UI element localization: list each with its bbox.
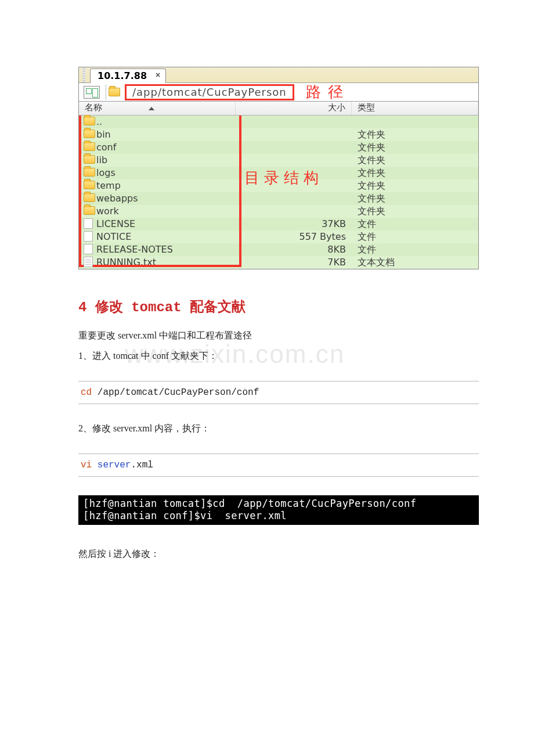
section-heading: 4 修改 tomcat 配备文献 [78, 297, 476, 316]
body-text: 1、进入 tomcat 中 conf 文献夹下： [78, 350, 476, 362]
folder-icon [84, 181, 95, 189]
header-type[interactable]: 类型 [352, 102, 478, 115]
code-text [92, 460, 98, 470]
file-size: 7KB [236, 258, 352, 267]
folder-icon [84, 168, 95, 177]
header-size[interactable]: 大小 [236, 102, 352, 115]
code-keyword: server [98, 460, 131, 470]
terminal-screenshot: [hzf@nantian tomcat]$cd /app/tomcat/CucP… [78, 495, 479, 525]
folder-icon [84, 206, 95, 215]
file-name: NOTICE [96, 232, 236, 242]
file-size: 557 Bytes [236, 232, 352, 242]
terminal-line: [hzf@nantian tomcat]$cd /app/tomcat/CucP… [83, 498, 416, 509]
folder-icon [84, 117, 95, 125]
file-type: 文件夹 [352, 168, 478, 178]
code-text: .xml [131, 460, 153, 470]
table-row[interactable]: lib文件夹 [79, 154, 478, 167]
file-name: .. [96, 117, 236, 127]
code-block: vi server.xml [78, 453, 479, 477]
folder-icon [84, 129, 95, 138]
folder-icon [84, 142, 95, 151]
tab-title: 10.1.7.88 [98, 71, 147, 81]
file-name: temp [96, 181, 236, 190]
folder-icon [84, 193, 95, 202]
file-type: 文件夹 [352, 181, 478, 190]
address-bar: /app/tomcat/CucPayPerson 路径 [79, 83, 478, 102]
table-row[interactable]: work文件夹 [79, 205, 478, 218]
file-type: 文件 [352, 232, 478, 242]
file-name: work [96, 207, 236, 216]
file-list: 目录结构 ..bin文件夹conf文件夹lib文件夹logs文件夹temp文件夹… [79, 116, 478, 269]
path-annotation: 路径 [306, 85, 350, 100]
code-keyword: vi [81, 460, 92, 470]
file-type: 文件 [352, 245, 478, 254]
body-text: 2、修改 server.xml 内容，执行： [78, 423, 476, 435]
file-type: 文本文档 [352, 258, 478, 267]
view-mode-icon[interactable] [84, 86, 100, 99]
column-headers: 名称 大小 类型 [79, 102, 478, 116]
file-browser: 10.1.7.88 × /app/tomcat/CucPayPerson 路径 … [78, 67, 479, 269]
file-icon [84, 218, 93, 229]
text-file-icon [84, 257, 93, 267]
file-name: RELEASE-NOTES [96, 245, 236, 254]
file-type: 文件夹 [352, 207, 478, 216]
tab-host[interactable]: 10.1.7.88 × [90, 69, 166, 83]
tab-grip [82, 67, 85, 82]
file-type: 文件夹 [352, 194, 478, 203]
table-row[interactable]: RELEASE-NOTES8KB文件 [79, 243, 478, 256]
file-name: bin [96, 130, 236, 139]
table-row[interactable]: bin文件夹 [79, 128, 478, 141]
table-row[interactable]: conf文件夹 [79, 141, 478, 154]
folder-icon [84, 155, 95, 164]
file-name: lib [96, 156, 236, 165]
file-type: 文件夹 [352, 143, 478, 152]
file-name: LICENSE [96, 219, 236, 229]
code-text: /app/tomcat/CucPayPerson/conf [92, 387, 259, 398]
table-row[interactable]: RUNNING.txt7KB文本文档 [79, 256, 478, 269]
folder-icon [109, 88, 120, 96]
table-row[interactable]: logs文件夹 [79, 167, 478, 179]
table-row[interactable]: NOTICE557 Bytes文件 [79, 231, 478, 243]
terminal-line: [hzf@nantian conf]$vi server.xml [83, 510, 287, 521]
table-row[interactable]: webapps文件夹 [79, 192, 478, 205]
file-name: conf [96, 143, 236, 152]
file-type: 文件夹 [352, 130, 478, 139]
code-keyword: cd [81, 387, 92, 398]
separator [106, 85, 106, 100]
table-row[interactable]: LICENSE37KB文件 [79, 218, 478, 231]
file-size: 37KB [236, 219, 352, 229]
close-icon[interactable]: × [155, 71, 161, 78]
body-text: 然后按 i 进入修改： [78, 548, 476, 560]
code-block: cd /app/tomcat/CucPayPerson/conf [78, 381, 479, 404]
file-name: logs [96, 168, 236, 178]
file-type: 文件夹 [352, 156, 478, 165]
file-size: 8KB [236, 245, 352, 254]
file-name: webapps [96, 194, 236, 203]
file-icon [84, 231, 93, 242]
header-name[interactable]: 名称 [79, 102, 236, 115]
file-name: RUNNING.txt [96, 258, 236, 267]
table-row[interactable]: temp文件夹 [79, 179, 478, 192]
path-input[interactable]: /app/tomcat/CucPayPerson [125, 84, 294, 100]
tab-bar: 10.1.7.88 × [79, 67, 478, 83]
table-row[interactable]: .. [79, 116, 478, 128]
body-text: 重要更改 server.xml 中端口和工程布置途径 [78, 330, 476, 342]
file-type: 文件 [352, 219, 478, 229]
file-icon [84, 244, 93, 254]
